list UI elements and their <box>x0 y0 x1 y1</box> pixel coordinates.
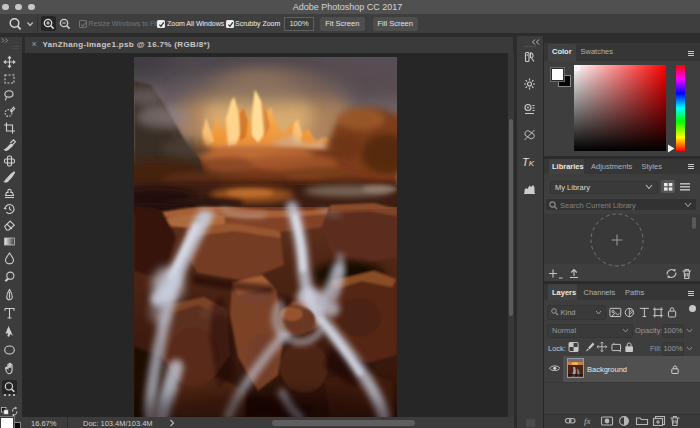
svg-text:fx: fx <box>584 416 591 426</box>
svg-text:TK: TK <box>522 156 535 168</box>
